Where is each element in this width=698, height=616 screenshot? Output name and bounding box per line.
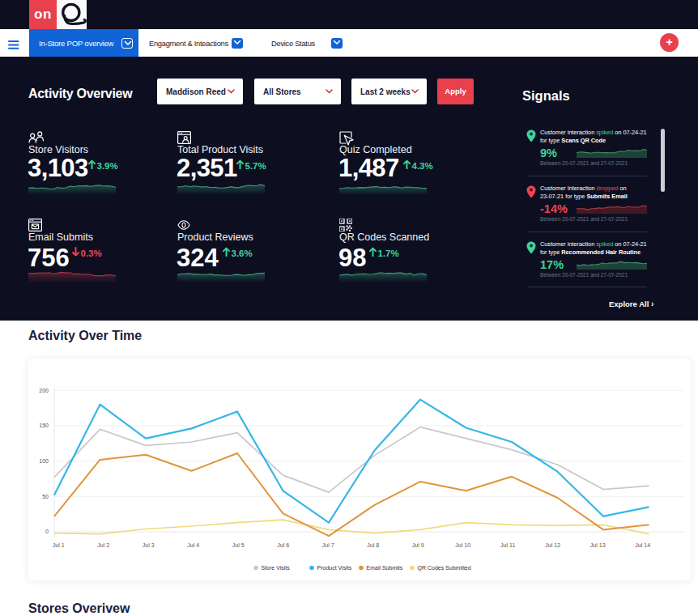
svg-text:QR Codes Submitted: QR Codes Submitted [418,565,471,571]
svg-text:Email Submits: Email Submits [367,565,403,571]
svg-text:Jul 2: Jul 2 [97,542,109,548]
svg-text:Jul 7: Jul 7 [322,542,334,548]
svg-text:0: 0 [45,529,49,534]
svg-text:Jul 12: Jul 12 [545,542,560,548]
svg-text:Jul 8: Jul 8 [367,542,379,548]
svg-text:Jul 11: Jul 11 [500,542,515,548]
svg-text:100: 100 [39,458,49,464]
svg-text:Jul 1: Jul 1 [53,542,65,548]
svg-text:50: 50 [42,494,49,499]
svg-text:200: 200 [39,388,49,393]
svg-text:Store Visits: Store Visits [262,565,291,571]
svg-text:Jul 9: Jul 9 [412,542,424,548]
svg-text:Jul 13: Jul 13 [590,542,606,548]
svg-text:Jul 4: Jul 4 [187,542,199,548]
svg-text:Jul 5: Jul 5 [232,542,245,548]
svg-text:Jul 14: Jul 14 [635,542,650,548]
svg-text:Jul 3: Jul 3 [143,542,155,548]
svg-text:150: 150 [39,423,49,428]
svg-text:Product Visits: Product Visits [317,565,352,571]
svg-text:Jul 10: Jul 10 [455,542,470,548]
svg-text:Jul 6: Jul 6 [277,542,289,548]
